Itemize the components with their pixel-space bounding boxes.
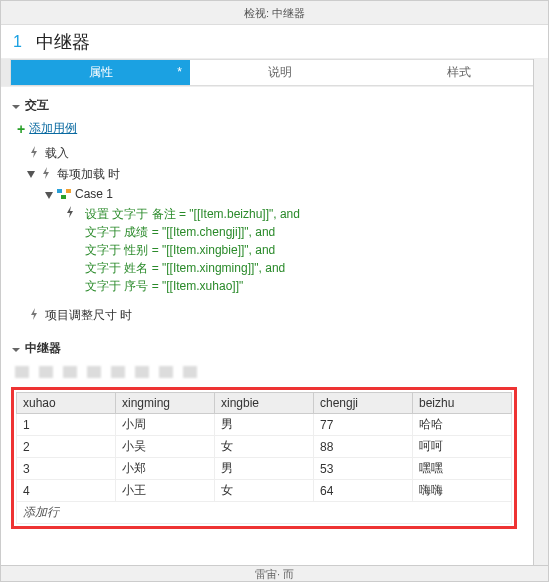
col-header[interactable]: xingbie <box>215 393 314 414</box>
svg-rect-2 <box>61 195 66 199</box>
event-tree: 载入 每项加载 时 Case 1 设置 文字于 备注 = "[[Item.bei… <box>11 143 523 326</box>
add-case-link[interactable]: 添加用例 <box>29 120 77 137</box>
event-label: 每项加载 时 <box>57 166 120 183</box>
table-row[interactable]: 3 小郑 男 53 嘿嘿 <box>17 458 512 480</box>
add-case-row[interactable]: + 添加用例 <box>11 118 523 143</box>
repeater-section: 中继器 xuhao xingming xingbie chengji beizh… <box>1 330 533 535</box>
case-label: Case 1 <box>75 187 113 201</box>
col-header[interactable]: xuhao <box>17 393 116 414</box>
col-header[interactable]: beizhu <box>413 393 512 414</box>
svg-rect-1 <box>66 189 71 193</box>
add-row[interactable]: 添加行 <box>17 502 512 524</box>
case-icon <box>57 187 71 201</box>
chevron-down-icon <box>11 101 21 111</box>
widget-name[interactable]: 中继器 <box>36 30 90 54</box>
lightning-icon <box>39 166 53 180</box>
left-gutter <box>1 59 11 86</box>
event-label: 项目调整尺寸 时 <box>45 307 132 324</box>
repeater-header[interactable]: 中继器 <box>11 336 523 361</box>
table-row[interactable]: 4 小王 女 64 嗨嗨 <box>17 480 512 502</box>
widget-header: 1 中继器 <box>1 25 548 59</box>
widget-index: 1 <box>13 33 22 51</box>
event-onload[interactable]: 载入 <box>27 143 523 164</box>
table-row[interactable]: 2 小吴 女 88 呵呵 <box>17 436 512 458</box>
window-titlebar[interactable]: 检视: 中继器 <box>1 1 548 25</box>
lightning-icon <box>63 205 77 219</box>
tab-notes[interactable]: 说明 <box>190 59 369 86</box>
repeater-title: 中继器 <box>25 340 61 357</box>
dataset-grid[interactable]: xuhao xingming xingbie chengji beizhu 1 … <box>16 392 512 524</box>
col-header[interactable]: chengji <box>314 393 413 414</box>
col-header[interactable]: xingming <box>116 393 215 414</box>
inspector-tabs: 属性 * 说明 样式 <box>1 59 548 87</box>
table-row[interactable]: 1 小周 男 77 哈哈 <box>17 414 512 436</box>
expand-icon[interactable] <box>45 189 55 199</box>
svg-rect-0 <box>57 189 62 193</box>
highlight-box: xuhao xingming xingbie chengji beizhu 1 … <box>11 387 517 529</box>
dirty-marker: * <box>177 60 182 85</box>
interaction-section: 交互 + 添加用例 载入 每项加载 时 Cas <box>1 87 533 330</box>
horizontal-scrollbar[interactable]: 雷宙· 而 <box>1 565 548 581</box>
plus-icon: + <box>17 121 25 137</box>
action-text-block: 设置 文字于 备注 = "[[Item.beizhu]]", and 文字于 成… <box>85 205 300 295</box>
interaction-title: 交互 <box>25 97 49 114</box>
dataset-toolbar[interactable] <box>11 363 523 381</box>
table-header-row: xuhao xingming xingbie chengji beizhu <box>17 393 512 414</box>
vertical-scrollbar[interactable] <box>533 59 548 565</box>
tab-properties[interactable]: 属性 * <box>11 59 190 86</box>
chevron-down-icon <box>11 344 21 354</box>
tab-style[interactable]: 样式 <box>369 59 548 86</box>
window-title: 检视: 中继器 <box>244 7 305 19</box>
expand-icon[interactable] <box>27 168 37 178</box>
case-row[interactable]: Case 1 <box>27 185 523 203</box>
interaction-header[interactable]: 交互 <box>11 93 523 118</box>
event-label: 载入 <box>45 145 69 162</box>
inspector-window: 检视: 中继器 1 中继器 属性 * 说明 样式 交互 + 添加用例 <box>0 0 549 582</box>
event-item-load[interactable]: 每项加载 时 <box>27 164 523 185</box>
lightning-icon <box>27 145 41 159</box>
event-resize[interactable]: 项目调整尺寸 时 <box>27 305 523 326</box>
action-row[interactable]: 设置 文字于 备注 = "[[Item.beizhu]]", and 文字于 成… <box>27 203 523 297</box>
lightning-icon <box>27 307 41 321</box>
footer-text: 雷宙· 而 <box>255 568 294 580</box>
